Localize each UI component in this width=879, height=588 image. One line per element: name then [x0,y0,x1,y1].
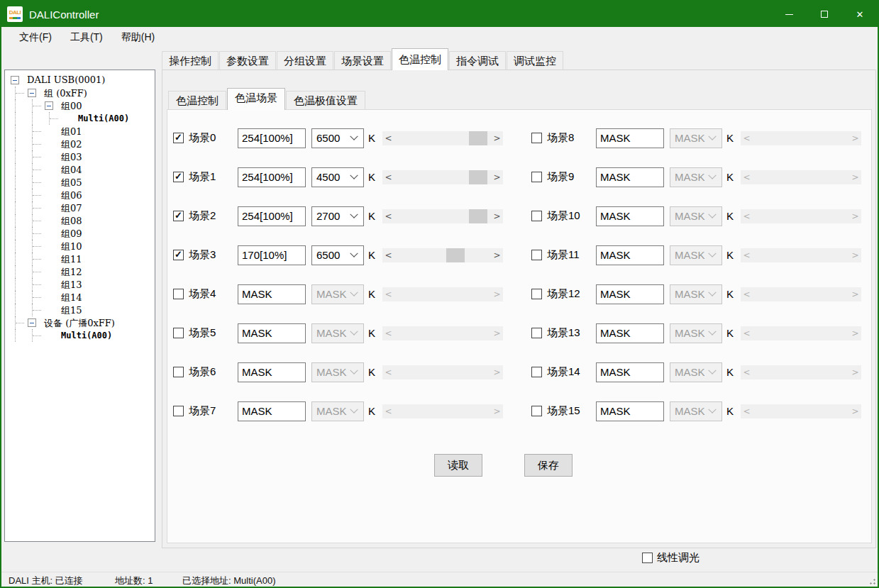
tree-item[interactable]: DALI USB(0001) [5,74,155,87]
scene-value-input[interactable] [238,362,306,382]
scene-checkbox[interactable]: ✓ [531,367,542,377]
scroll-left-icon[interactable]: < [382,365,394,379]
scroll-right-icon[interactable]: > [849,326,861,340]
tree-item[interactable]: 设备 (广播0xFF) [5,316,155,329]
kelvin-dropdown[interactable]: MASK [670,401,722,421]
scene-scrollbar[interactable]: < > [741,365,861,379]
scene-checkbox[interactable]: ✓ [173,328,184,338]
tree-item[interactable]: Multi(A00) [5,112,155,125]
scene-scrollbar[interactable]: < > [382,131,503,145]
kelvin-dropdown[interactable]: 6500 [311,128,364,148]
linear-dimming-checkbox[interactable]: ✓ 线性调光 [642,551,700,565]
menu-item[interactable]: 文件(F) [10,28,61,48]
scroll-right-icon[interactable]: > [491,209,503,223]
scene-checkbox[interactable]: ✓ [531,406,542,416]
tree-item[interactable]: 组09 [5,227,155,240]
scene-scrollbar[interactable]: < > [382,404,503,418]
tree-item-label[interactable]: 组08 [61,215,82,228]
scrollbar-thumb[interactable] [469,131,487,145]
scroll-left-icon[interactable]: < [741,248,753,262]
scrollbar-thumb[interactable] [446,248,465,262]
scroll-right-icon[interactable]: > [491,248,503,262]
scroll-left-icon[interactable]: < [741,287,753,301]
tree-item-label[interactable]: 组15 [61,304,82,317]
scroll-right-icon[interactable]: > [491,326,503,340]
tree-item[interactable]: 组04 [5,163,155,176]
collapse-icon[interactable] [28,89,36,97]
kelvin-dropdown[interactable]: 4500 [311,167,364,187]
scroll-left-icon[interactable]: < [382,248,394,262]
tab-场景设置[interactable]: 场景设置 [334,51,391,70]
tree-item-label[interactable]: 组13 [61,279,82,292]
scene-value-input[interactable] [238,206,306,226]
scene-checkbox[interactable]: ✓ [173,289,184,299]
tree-item-label[interactable]: 组11 [61,253,82,266]
save-button[interactable]: 保存 [524,454,573,477]
scroll-left-icon[interactable]: < [741,365,753,379]
scroll-left-icon[interactable]: < [382,287,394,301]
scene-checkbox[interactable]: ✓ [531,328,542,338]
tree-item[interactable]: 组05 [5,176,155,189]
minimize-button[interactable] [771,1,807,27]
kelvin-dropdown[interactable]: MASK [311,401,364,421]
scroll-right-icon[interactable]: > [849,131,861,145]
tree-item-label[interactable]: 组03 [61,151,82,164]
scene-value-input[interactable] [596,167,664,187]
tree-item-label[interactable]: 组00 [61,100,82,113]
scroll-left-icon[interactable]: < [741,170,753,184]
scene-value-input[interactable] [238,128,306,148]
tree-item[interactable]: 组00 [5,99,155,112]
scrollbar-thumb[interactable] [469,209,487,223]
tab-分组设置[interactable]: 分组设置 [277,51,333,70]
kelvin-dropdown[interactable]: MASK [670,167,722,187]
tree-item-label[interactable]: 组12 [61,266,82,279]
scroll-left-icon[interactable]: < [741,326,753,340]
scene-scrollbar[interactable]: < > [382,170,503,184]
kelvin-dropdown[interactable]: 6500 [311,245,364,265]
scroll-right-icon[interactable]: > [491,404,503,418]
scroll-right-icon[interactable]: > [849,170,861,184]
collapse-icon[interactable] [11,76,19,84]
tab-操作控制[interactable]: 操作控制 [162,51,219,70]
scene-checkbox[interactable]: ✓ [531,289,542,299]
tree-item-label[interactable]: 组 (0xFF) [44,87,87,100]
tree-item-label[interactable]: 组07 [61,202,82,215]
scroll-left-icon[interactable]: < [382,170,394,184]
scene-scrollbar[interactable]: < > [741,326,861,340]
tab-色温极值设置[interactable]: 色温极值设置 [286,91,365,110]
close-button[interactable]: ✕ [842,1,878,27]
scene-scrollbar[interactable]: < > [382,248,503,262]
tree-item[interactable]: 组07 [5,201,155,214]
scene-scrollbar[interactable]: < > [382,365,503,379]
kelvin-dropdown[interactable]: MASK [670,128,722,148]
tab-调试监控[interactable]: 调试监控 [507,51,563,70]
scene-checkbox[interactable]: ✓ [173,250,184,260]
scroll-right-icon[interactable]: > [491,287,503,301]
tree-item[interactable]: 组 (0xFF) [5,87,155,99]
scroll-right-icon[interactable]: > [849,248,861,262]
tree-item[interactable]: 组14 [5,291,155,304]
scene-checkbox[interactable]: ✓ [173,211,184,221]
tree-item-label[interactable]: DALI USB(0001) [27,74,105,85]
kelvin-dropdown[interactable]: MASK [311,362,364,382]
scroll-right-icon[interactable]: > [849,404,861,418]
scroll-right-icon[interactable]: > [849,365,861,379]
scroll-left-icon[interactable]: < [741,131,753,145]
scroll-left-icon[interactable]: < [382,326,394,340]
kelvin-dropdown[interactable]: MASK [670,323,722,343]
scene-value-input[interactable] [596,245,664,265]
scene-checkbox[interactable]: ✓ [531,211,542,221]
tree-item[interactable]: 组01 [5,125,155,138]
scroll-left-icon[interactable]: < [741,404,753,418]
scene-checkbox[interactable]: ✓ [173,406,184,416]
tree-item[interactable]: 组06 [5,189,155,201]
scene-scrollbar[interactable]: < > [382,326,503,340]
tree-item-label[interactable]: 组04 [61,164,82,177]
tab-色温控制[interactable]: 色温控制 [168,91,226,110]
tree-item-label[interactable]: 组06 [61,189,82,202]
tree-item-label[interactable]: 组14 [61,292,82,304]
tree-item[interactable]: 组10 [5,240,155,253]
menu-item[interactable]: 工具(T) [61,28,112,48]
scroll-right-icon[interactable]: > [491,131,503,145]
scene-value-input[interactable] [596,284,664,304]
